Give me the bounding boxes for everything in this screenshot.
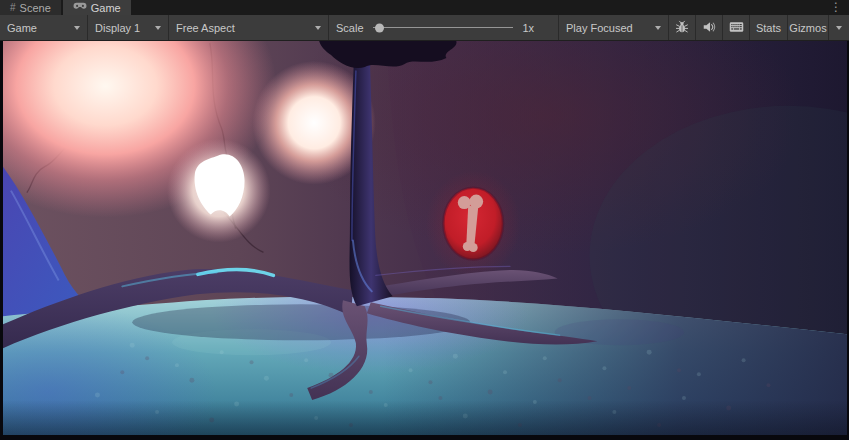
scale-knob[interactable] xyxy=(375,23,384,32)
display-dropdown[interactable]: Display 1 xyxy=(88,15,168,40)
gizmos-arrow-segment[interactable] xyxy=(829,15,849,40)
gizmos-dropdown[interactable]: Gizmos xyxy=(788,15,849,40)
chevron-down-icon xyxy=(155,26,161,30)
view-tab-bar: # Scene Game ⋮ xyxy=(0,0,849,15)
tab-scene-label: Scene xyxy=(20,2,51,14)
chevron-down-icon xyxy=(315,26,321,30)
chevron-down-icon xyxy=(74,26,80,30)
aspect-ratio-dropdown-label: Free Aspect xyxy=(176,22,235,34)
virtual-keyboard-button[interactable] xyxy=(723,15,749,40)
grid-icon: # xyxy=(10,3,16,13)
speaker-icon xyxy=(702,20,716,36)
kebab-menu-icon[interactable]: ⋮ xyxy=(830,0,842,15)
glow-opening-heart xyxy=(167,139,270,243)
scale-label: Scale xyxy=(336,22,364,34)
stats-button[interactable]: Stats xyxy=(750,15,787,40)
stats-button-label: Stats xyxy=(756,22,781,34)
tab-game[interactable]: Game xyxy=(63,0,131,15)
game-view-dropdown-label: Game xyxy=(7,22,37,34)
game-view-dropdown[interactable]: Game xyxy=(0,15,87,40)
bottom-vignette xyxy=(3,400,847,435)
tab-scene[interactable]: # Scene xyxy=(0,0,61,15)
gamepad-icon xyxy=(73,2,87,13)
chevron-down-icon xyxy=(836,26,842,30)
mute-audio-button[interactable] xyxy=(696,15,722,40)
red-membrane xyxy=(425,171,520,279)
aspect-ratio-dropdown[interactable]: Free Aspect xyxy=(169,15,328,40)
scale-slider-track[interactable] xyxy=(373,27,514,28)
game-render xyxy=(3,41,847,435)
chevron-down-icon xyxy=(655,26,661,30)
game-viewport[interactable] xyxy=(0,41,849,440)
tab-game-label: Game xyxy=(91,2,121,14)
scale-control: Scale 1x xyxy=(329,15,558,40)
scale-slider[interactable] xyxy=(373,15,514,40)
game-view-toolbar: Game Display 1 Free Aspect Scale 1x Play… xyxy=(0,15,849,41)
unity-game-view-window: # Scene Game ⋮ Game Display 1 Free Aspec… xyxy=(0,0,849,440)
gizmos-dropdown-label: Gizmos xyxy=(788,15,828,40)
display-dropdown-label: Display 1 xyxy=(95,22,140,34)
scale-value: 1x xyxy=(522,22,534,34)
play-focused-dropdown-label: Play Focused xyxy=(566,22,633,34)
frame-debugger-button[interactable] xyxy=(669,15,695,40)
keyboard-icon xyxy=(729,21,744,35)
play-focused-dropdown[interactable]: Play Focused xyxy=(559,15,668,40)
bug-icon xyxy=(675,20,689,36)
